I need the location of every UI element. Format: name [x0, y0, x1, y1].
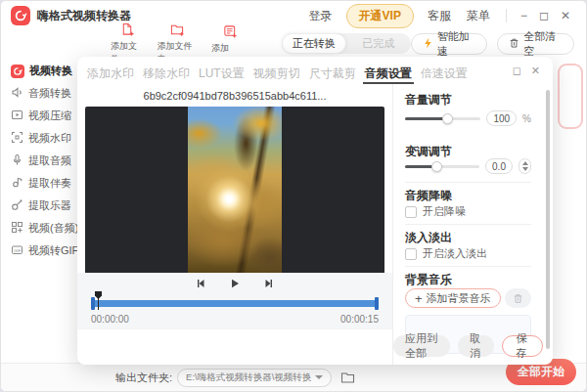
add-bgm-button[interactable]: + 添加背景音乐	[405, 288, 501, 308]
login-link[interactable]: 登录	[309, 8, 333, 24]
fade-checkbox-label: 开启淡入淡出	[423, 246, 487, 261]
video-watermark-icon	[11, 131, 23, 146]
pitch-slider-thumb[interactable]	[431, 161, 442, 172]
app-logo-icon	[11, 6, 30, 25]
bottom-bar: 输出文件夹: E:\嗨格式视频转换器\视频转换	[1, 363, 586, 391]
tab-completed[interactable]: 已完成	[346, 33, 411, 54]
tab-converting[interactable]: 正在转换	[282, 33, 346, 54]
sidebar-label: 视频(音频)拼接	[28, 221, 77, 236]
timeline-bar[interactable]	[91, 300, 379, 307]
divider	[405, 182, 531, 183]
sidebar-item-video-to-gif[interactable]: GIF 视频转GIF	[1, 240, 77, 262]
sidebar-item-extract-accompaniment[interactable]: 提取伴奏	[1, 172, 77, 195]
support-link[interactable]: 客服	[428, 8, 451, 24]
denoise-checkbox[interactable]	[405, 206, 417, 218]
time-current: 00:00:00	[91, 314, 129, 325]
trash-icon	[509, 37, 519, 51]
tab-lut-settings[interactable]: LUT设置	[197, 65, 247, 84]
stepper-down-icon[interactable]	[522, 167, 528, 171]
volume-value[interactable]: 100	[486, 110, 517, 126]
dialog-maximize-icon[interactable]: ◻	[513, 65, 521, 76]
video-to-gif-icon: GIF	[11, 243, 23, 258]
timeline-end-handle[interactable]	[375, 297, 379, 310]
sidebar-item-video-convert[interactable]: 视频转换	[1, 60, 77, 82]
play-icon[interactable]	[229, 276, 241, 293]
sidebar-item-extract-audio[interactable]: 提取音频	[1, 150, 77, 172]
tab-video-cut[interactable]: 视频剪切	[251, 65, 302, 84]
delete-bgm-button[interactable]	[505, 288, 531, 308]
add-m3u8-icon	[223, 24, 237, 42]
fade-section-title: 淡入淡出	[405, 232, 531, 243]
previous-frame-icon[interactable]	[196, 276, 207, 293]
sidebar: 视频转换 音频转换 视频压缩 视频水印 提取音频 提取伴奏 提取乐器 视频(音	[1, 57, 77, 363]
clear-all-button[interactable]: 全部清空	[497, 33, 574, 55]
divider	[405, 266, 531, 267]
fade-checkbox-row: 开启淡入淡出	[405, 246, 531, 261]
output-folder-path: E:\嗨格式视频转换器\视频转换	[186, 371, 311, 384]
volume-slider[interactable]	[405, 117, 480, 120]
open-vip-button[interactable]: 开通VIP	[346, 4, 414, 28]
sidebar-item-video-audio-merge[interactable]: 视频(音频)拼接	[1, 217, 77, 240]
timeline-start-handle[interactable]	[91, 297, 95, 310]
sidebar-item-audio-convert[interactable]: 音频转换	[1, 82, 77, 105]
sidebar-item-video-compress[interactable]: 视频压缩	[1, 105, 77, 127]
menu-link[interactable]: 菜单	[467, 8, 490, 24]
playhead-pin[interactable]	[95, 291, 102, 299]
plus-icon: +	[415, 292, 423, 305]
tab-audio-settings[interactable]: 音频设置	[363, 65, 414, 84]
next-frame-icon[interactable]	[262, 276, 274, 293]
sidebar-label: 提取乐器	[28, 198, 71, 213]
svg-text:GIF: GIF	[14, 248, 22, 253]
save-button[interactable]: 保存	[502, 335, 543, 357]
volume-unit: %	[522, 113, 531, 124]
denoise-checkbox-row: 开启降噪	[405, 204, 531, 219]
trash-icon	[513, 293, 523, 304]
sidebar-label: 视频水印	[28, 131, 71, 146]
video-filename: 6b9c2cf0941bd78b396515abb4c611...	[77, 90, 392, 103]
pitch-value[interactable]: 0.0	[485, 158, 513, 174]
divider	[405, 224, 531, 225]
clear-all-label: 全部清空	[523, 29, 563, 59]
timeline[interactable]	[91, 297, 379, 310]
edit-dialog: ◻ ✕ 添加水印 移除水印 LUT设置 视频剪切 尺寸裁剪 音频设置 倍速设置 …	[77, 57, 553, 365]
pitch-slider-row: 0.0	[405, 158, 531, 174]
fade-checkbox[interactable]	[405, 248, 417, 260]
smart-accelerate-button[interactable]: 智能加速	[411, 33, 488, 55]
smart-accelerate-label: 智能加速	[437, 29, 476, 59]
tab-size-crop[interactable]: 尺寸裁剪	[307, 65, 358, 84]
sidebar-item-video-watermark[interactable]: 视频水印	[1, 127, 77, 150]
pitch-stepper[interactable]	[519, 158, 531, 174]
sidebar-item-extract-instrument[interactable]: 提取乐器	[1, 195, 77, 217]
close-icon[interactable]: ✕	[561, 10, 570, 22]
stepper-up-icon[interactable]	[522, 161, 528, 165]
player-controls-strip: 00:00:00 00:00:15	[77, 273, 392, 329]
titlebar-divider	[506, 9, 507, 22]
extract-audio-icon	[11, 153, 23, 168]
extract-instrument-icon	[11, 198, 23, 213]
output-folder-select[interactable]: E:\嗨格式视频转换器\视频转换	[177, 369, 332, 387]
bgm-section-title: 背景音乐	[405, 274, 531, 285]
video-audio-merge-icon	[11, 221, 23, 236]
video-compress-icon	[11, 109, 23, 123]
sidebar-label: 视频转换	[29, 64, 72, 78]
app-title: 嗨格式视频转换器	[37, 8, 131, 24]
cancel-button[interactable]: 取消	[458, 335, 495, 357]
add-folder-icon	[170, 22, 184, 40]
video-frame[interactable]	[188, 107, 282, 275]
tab-remove-watermark[interactable]: 移除水印	[141, 65, 192, 84]
dialog-close-icon[interactable]: ✕	[531, 65, 540, 76]
pitch-slider[interactable]	[405, 165, 479, 168]
volume-section-title: 音量调节	[405, 94, 531, 106]
sidebar-label: 提取音频	[28, 153, 71, 168]
settings-scrollbar[interactable]	[546, 90, 550, 349]
add-file-icon	[120, 22, 134, 40]
maximize-icon[interactable]: ◻	[539, 10, 549, 22]
minimize-icon[interactable]: −	[520, 10, 527, 22]
apply-all-button[interactable]: 应用到全部	[393, 335, 450, 357]
volume-slider-thumb[interactable]	[442, 113, 453, 124]
tab-speed-settings[interactable]: 倍速设置	[419, 65, 470, 84]
tab-add-watermark[interactable]: 添加水印	[85, 65, 136, 84]
chevron-down-icon	[315, 375, 323, 379]
audio-settings-panel: 音量调节 100 % 变调调节 0.0 音频降噪	[392, 84, 553, 365]
open-folder-icon[interactable]	[340, 370, 355, 384]
